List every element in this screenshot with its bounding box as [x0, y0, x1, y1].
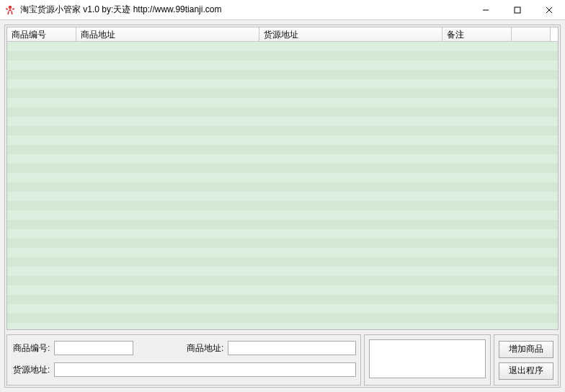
- col-spacer[interactable]: [512, 27, 551, 41]
- col-remark[interactable]: 备注: [442, 27, 512, 41]
- product-id-input[interactable]: [54, 341, 133, 355]
- svg-rect-2: [515, 7, 520, 13]
- input-panel: 商品编号: 商品地址: 货源地址:: [6, 334, 361, 386]
- close-button[interactable]: [533, 0, 565, 19]
- window-title: 淘宝货源小管家 v1.0 by:天迹 http://www.99tianji.c…: [20, 4, 470, 16]
- col-product-url[interactable]: 商品地址: [76, 27, 259, 41]
- table-header: 商品编号 商品地址 货源地址 备注: [7, 27, 558, 42]
- product-id-label: 商品编号:: [12, 342, 51, 355]
- exit-button[interactable]: 退出程序: [499, 362, 553, 380]
- source-url-label: 货源地址:: [12, 364, 51, 376]
- product-url-input[interactable]: [228, 341, 356, 355]
- add-product-button[interactable]: 增加商品: [499, 341, 553, 358]
- titlebar: 淘宝货源小管家 v1.0 by:天迹 http://www.99tianji.c…: [0, 0, 565, 20]
- svg-point-0: [9, 5, 12, 8]
- col-source-url[interactable]: 货源地址: [259, 27, 442, 41]
- minimize-button[interactable]: [470, 0, 502, 19]
- remark-panel: [364, 334, 491, 386]
- table-body[interactable]: [7, 42, 558, 329]
- maximize-button[interactable]: [502, 0, 533, 19]
- remark-textarea[interactable]: [369, 339, 486, 378]
- source-url-input[interactable]: [54, 362, 356, 377]
- app-icon: [4, 4, 16, 16]
- data-table[interactable]: 商品编号 商品地址 货源地址 备注: [6, 27, 559, 330]
- window-controls: [470, 0, 565, 19]
- product-url-label: 商品地址:: [185, 342, 225, 355]
- col-product-id[interactable]: 商品编号: [7, 27, 76, 41]
- button-panel: 增加商品 退出程序: [494, 334, 559, 386]
